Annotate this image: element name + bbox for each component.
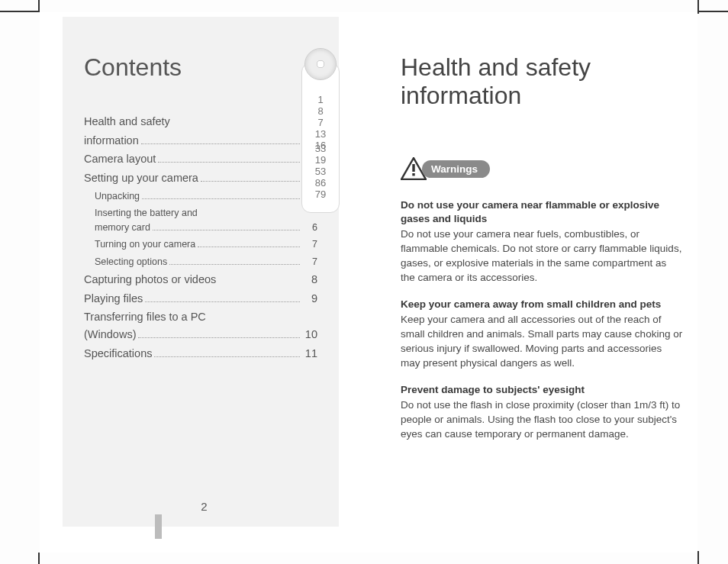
- warning-body: Do not use your camera near fuels, combu…: [401, 227, 683, 285]
- warning-section: Do not use your camera near flammable or…: [401, 198, 683, 285]
- table-of-contents: Health and safety information 2 Camera l…: [84, 112, 317, 363]
- toc-page: 7: [302, 253, 317, 271]
- toc-item: information 2: [84, 131, 317, 150]
- toc-item: Playing files 9: [84, 289, 317, 308]
- toc-label: memory card: [95, 219, 150, 237]
- thumb-index-number: 8: [302, 105, 339, 117]
- toc-item: Specifications 11: [84, 344, 317, 363]
- toc-item: Camera layout 4: [84, 150, 317, 169]
- svg-rect-1: [412, 164, 414, 172]
- toc-page: 9: [302, 289, 317, 308]
- right-page: Health and safety information Warnings D…: [369, 12, 697, 553]
- warning-body: Do not use the flash in close proximity …: [401, 398, 683, 442]
- toc-item: Transferring files to a PC: [84, 308, 317, 327]
- warnings-badge: Warnings: [401, 157, 490, 180]
- toc-page: 10: [302, 325, 317, 344]
- toc-label: Specifications: [84, 344, 152, 363]
- thumb-index-number: 13: [302, 128, 339, 140]
- warning-heading: Do not use your camera near flammable or…: [401, 198, 683, 226]
- page-spread: Contents Health and safety information 2…: [40, 12, 697, 553]
- warning-heading: Prevent damage to subjects' eyesight: [401, 383, 683, 397]
- thumb-index-number: 53: [302, 166, 339, 177]
- toc-label: Capturing photos or videos: [84, 270, 216, 289]
- page-edge-tab: [155, 514, 162, 539]
- toc-subitem: Selecting options 7: [84, 253, 317, 271]
- thumb-index-number: 79: [302, 189, 339, 200]
- svg-rect-2: [412, 173, 414, 176]
- toc-label: Turning on your camera: [95, 236, 195, 253]
- toc-subitem: Unpacking 5: [84, 188, 317, 205]
- toc-page: 6: [302, 219, 317, 237]
- thumb-index-number: 1: [302, 94, 339, 105]
- thumb-index-tab: 1 8 7 13 16 33 19 53 86 79: [301, 63, 340, 213]
- thumb-index-number: 86: [302, 177, 339, 189]
- toc-label: Unpacking: [95, 188, 140, 205]
- warning-section: Prevent damage to subjects' eyesight Do …: [401, 383, 683, 442]
- toc-label: Selecting options: [95, 253, 167, 271]
- thumb-index-number: 19: [302, 154, 339, 166]
- toc-page: 8: [302, 270, 317, 289]
- toc-page: 11: [302, 344, 317, 363]
- toc-label: Transferring files to a PC: [84, 308, 206, 327]
- thumb-index-number: 7: [302, 117, 339, 128]
- toc-item: Setting up your camera 5: [84, 169, 317, 188]
- warnings-label: Warnings: [422, 160, 490, 178]
- contents-heading: Contents: [84, 53, 317, 82]
- section-heading: Health and safety information: [401, 53, 683, 110]
- toc-label: Camera layout: [84, 150, 156, 169]
- toc-item: Capturing photos or videos 8: [84, 270, 317, 289]
- toc-item: (Windows) 10: [84, 325, 317, 344]
- thumb-index-number: 33: [302, 143, 339, 154]
- warning-section: Keep your camera away from small childre…: [401, 298, 683, 371]
- toc-label: Playing files: [84, 289, 143, 308]
- toc-page: 7: [302, 236, 317, 253]
- toc-label: (Windows): [84, 325, 136, 344]
- toc-label: Health and safety: [84, 112, 170, 131]
- toc-item: Health and safety: [84, 112, 317, 131]
- toc-label: Setting up your camera: [84, 169, 198, 188]
- right-page-content: Health and safety information Warnings D…: [401, 53, 683, 454]
- left-page: Contents Health and safety information 2…: [40, 12, 369, 553]
- warning-body: Keep your camera and all accessories out…: [401, 313, 683, 371]
- cd-icon: [304, 48, 337, 80]
- left-page-content: Contents Health and safety information 2…: [63, 17, 339, 527]
- toc-subitem: memory card 6: [84, 219, 317, 237]
- page-number: 2: [40, 500, 369, 513]
- toc-label: information: [84, 131, 139, 150]
- toc-subitem: Turning on your camera 7: [84, 236, 317, 253]
- warning-heading: Keep your camera away from small childre…: [401, 298, 683, 311]
